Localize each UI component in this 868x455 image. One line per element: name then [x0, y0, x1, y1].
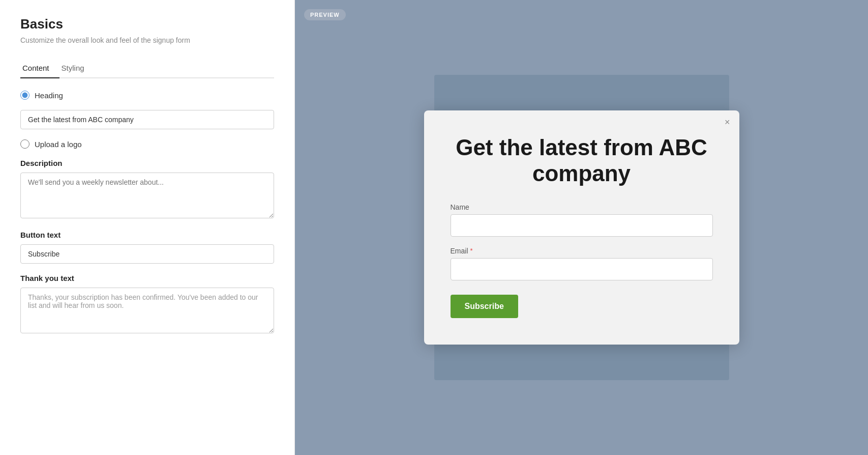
email-label: Email * — [451, 247, 713, 255]
thank-you-label: Thank you text — [20, 274, 274, 282]
thank-you-textarea[interactable] — [20, 288, 274, 333]
upload-logo-radio-label[interactable]: Upload a logo — [20, 139, 274, 149]
name-label: Name — [451, 203, 713, 211]
modal-close-button[interactable]: × — [725, 118, 730, 127]
description-textarea[interactable] — [20, 173, 274, 218]
preview-panel: PREVIEW × Get the latest from ABC compan… — [295, 0, 868, 455]
button-text-input[interactable] — [20, 244, 274, 264]
page-subtitle: Customize the overall look and feel of t… — [20, 36, 274, 44]
left-panel: Basics Customize the overall look and fe… — [0, 0, 295, 455]
upload-logo-radio-input[interactable] — [20, 139, 29, 149]
description-label: Description — [20, 159, 274, 167]
preview-name-input[interactable] — [451, 214, 713, 237]
heading-text-input[interactable] — [20, 110, 274, 129]
preview-email-input[interactable] — [451, 258, 713, 280]
heading-radio-input[interactable] — [20, 91, 29, 100]
upload-logo-radio-group: Upload a logo — [20, 139, 274, 149]
heading-radio-group: Heading — [20, 91, 274, 100]
tab-bar: Content Styling — [20, 59, 274, 78]
email-required-star: * — [470, 247, 473, 254]
name-form-group: Name — [451, 203, 713, 237]
tab-styling[interactable]: Styling — [59, 59, 95, 78]
modal-heading: Get the latest from ABC company — [451, 135, 713, 186]
preview-modal: × Get the latest from ABC company Name E… — [424, 110, 739, 344]
heading-radio-label[interactable]: Heading — [20, 91, 274, 100]
email-form-group: Email * — [451, 247, 713, 280]
tab-content[interactable]: Content — [20, 59, 59, 78]
page-title: Basics — [20, 16, 274, 32]
preview-subscribe-button[interactable]: Subscribe — [451, 295, 518, 318]
button-text-label: Button text — [20, 231, 274, 239]
preview-badge: PREVIEW — [304, 9, 346, 20]
